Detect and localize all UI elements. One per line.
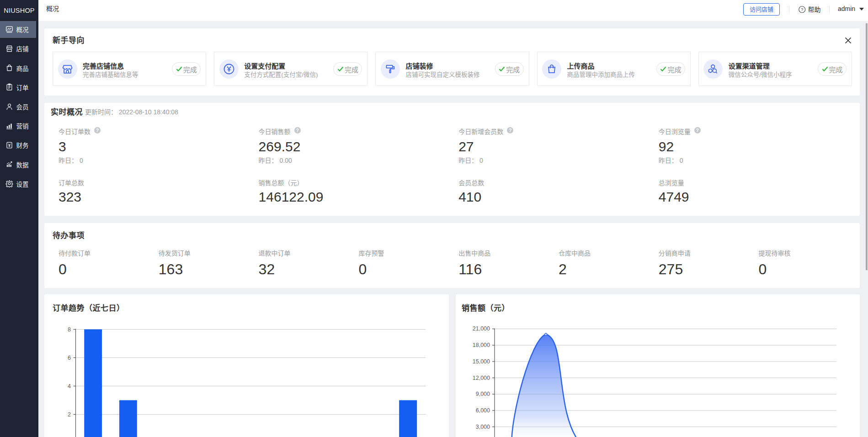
svg-text:8: 8: [68, 326, 71, 333]
svg-text:9,000: 9,000: [476, 391, 490, 397]
svg-text:12,000: 12,000: [473, 375, 490, 381]
svg-text:4: 4: [68, 383, 71, 389]
svg-text:15,000: 15,000: [473, 358, 490, 365]
svg-text:2: 2: [68, 411, 71, 418]
svg-text:3,000: 3,000: [476, 424, 490, 430]
svg-text:6: 6: [68, 355, 71, 361]
svg-text:18,000: 18,000: [473, 342, 490, 348]
svg-text:6,000: 6,000: [476, 407, 490, 414]
svg-text:?: ?: [801, 7, 804, 12]
svg-text:21,000: 21,000: [473, 325, 490, 332]
